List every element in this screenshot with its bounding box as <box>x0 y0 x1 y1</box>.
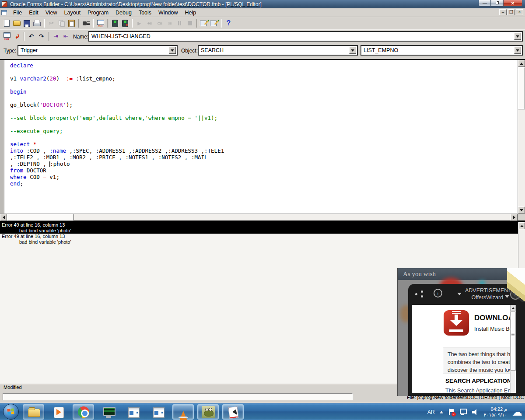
compile-selection-icon[interactable] <box>200 19 209 28</box>
outdent-icon[interactable] <box>61 32 70 41</box>
taskbar-monitor-app[interactable] <box>98 404 119 420</box>
menu-edit[interactable]: Edit <box>25 9 42 17</box>
step-into-icon[interactable] <box>145 19 154 28</box>
scroll-right-button[interactable] <box>511 214 518 221</box>
menu-layout[interactable]: Layout <box>61 9 84 17</box>
cut-icon[interactable] <box>47 19 56 28</box>
paste-icon[interactable] <box>67 19 76 28</box>
horizontal-scroll-thumb[interactable] <box>7 214 74 221</box>
type-label: Type: <box>4 48 16 54</box>
error-row[interactable]: Error 49 at line 16, column 13 <box>0 234 518 239</box>
scroll-up-button[interactable] <box>518 60 525 67</box>
save-icon[interactable] <box>22 19 32 28</box>
vertical-scroll-thumb[interactable] <box>518 67 525 109</box>
start-button[interactable] <box>3 404 19 420</box>
taskbar-frog-app[interactable] <box>197 404 219 420</box>
open-icon[interactable] <box>12 19 21 28</box>
share-icon[interactable] <box>415 290 423 298</box>
taskbar-media-player[interactable] <box>48 404 69 420</box>
connect-icon[interactable] <box>81 19 91 28</box>
run-form-debug-icon[interactable] <box>120 19 130 28</box>
clock[interactable]: 04:22 م ٢٠١٥/٠٩/١٠ <box>484 406 507 418</box>
errors-scroll-up-button[interactable] <box>518 222 525 229</box>
taskbar-form-window[interactable] <box>122 404 144 420</box>
undo-icon[interactable] <box>27 32 36 41</box>
go-icon[interactable] <box>135 19 144 28</box>
cloud-icon[interactable]: ☁ <box>512 406 522 419</box>
ad-scroll-thumb[interactable] <box>511 312 516 371</box>
type-dropdown-arrow-icon[interactable] <box>169 47 176 54</box>
editor-vertical-scrollbar[interactable] <box>518 60 525 214</box>
mdi-restore-button[interactable]: ❐ <box>508 9 515 15</box>
taskbar-vlc[interactable] <box>172 404 194 420</box>
menu-tools[interactable]: Tools <box>135 9 155 17</box>
volume-icon[interactable] <box>472 409 479 415</box>
menu-view[interactable]: View <box>42 9 61 17</box>
type-combobox[interactable]: Trigger <box>18 45 178 56</box>
restore-button[interactable] <box>491 0 503 7</box>
taskbar-explorer[interactable] <box>23 404 44 420</box>
compile-module-icon[interactable] <box>96 19 105 28</box>
scroll-left-button[interactable] <box>0 214 7 221</box>
compile-all-icon[interactable] <box>210 19 219 28</box>
popup-titlebar[interactable]: As you wish <box>398 268 525 280</box>
vlc-icon <box>177 406 190 418</box>
ad-footer-link[interactable]: This Search Application End <box>445 388 514 393</box>
taskbar-form-window-2[interactable] <box>147 404 169 420</box>
help-icon[interactable] <box>224 19 233 28</box>
action-center-flag-icon[interactable] <box>448 409 455 416</box>
scroll-down-button[interactable] <box>518 206 525 214</box>
step-out-icon[interactable] <box>165 19 174 28</box>
hidden-icons-chevron-icon[interactable] <box>440 409 443 413</box>
language-indicator[interactable]: AR <box>427 409 435 415</box>
menu-items: FileEditViewLayoutProgramDebugToolsWindo… <box>10 9 200 17</box>
code-line: begin <box>10 88 518 95</box>
mdi-document-icon[interactable] <box>1 10 7 15</box>
pause-icon[interactable] <box>175 19 184 28</box>
error-detail[interactable]: bad bind variable 'photo' <box>0 239 518 245</box>
copy-icon[interactable] <box>57 19 66 28</box>
taskbar-forms-builder[interactable] <box>222 404 244 420</box>
code-area[interactable]: declarev1 varchar2(20) := :list_empno;be… <box>5 60 518 214</box>
code-line <box>10 95 518 102</box>
error-row[interactable]: Error 49 at line 16, column 13 <box>0 222 518 228</box>
menu-debug[interactable]: Debug <box>112 9 135 17</box>
editor-horizontal-scrollbar[interactable] <box>0 214 518 220</box>
network-icon[interactable] <box>460 409 467 415</box>
taskbar-apps <box>23 404 244 420</box>
item-combobox[interactable]: LIST_EMPNO <box>360 45 523 56</box>
mdi-close-button[interactable]: × <box>516 9 523 15</box>
error-detail[interactable]: bad bind variable 'photo' <box>0 228 518 234</box>
name-dropdown-arrow-icon[interactable] <box>514 33 521 40</box>
menu-help[interactable]: Help <box>182 9 200 17</box>
step-over-icon[interactable] <box>155 19 164 28</box>
indent-icon[interactable] <box>51 32 60 41</box>
name-combobox[interactable]: WHEN-LIST-CHANGED <box>88 31 523 42</box>
ad-scroll-up-button[interactable] <box>511 305 516 311</box>
stop-icon[interactable] <box>185 19 194 28</box>
object-dropdown-arrow-icon[interactable] <box>349 47 356 54</box>
close-button[interactable]: ✕ <box>503 0 522 7</box>
mdi-minimize-button[interactable]: – <box>499 9 507 15</box>
ad-scrollbar[interactable] <box>510 305 516 393</box>
page-curl[interactable] <box>507 268 525 302</box>
menu-program[interactable]: Program <box>84 9 112 17</box>
taskbar-chrome[interactable] <box>73 404 94 420</box>
compile-plsql-icon[interactable] <box>2 32 11 41</box>
download-icon[interactable] <box>444 310 469 336</box>
redo-icon[interactable] <box>37 32 46 41</box>
toolbar-separator <box>24 32 24 41</box>
menu-window[interactable]: Window <box>155 9 181 17</box>
menu-file[interactable]: File <box>10 9 25 17</box>
toolbar-separator <box>93 19 94 28</box>
minimize-button[interactable]: — <box>479 0 491 7</box>
chevron-down-icon[interactable] <box>457 293 462 298</box>
item-dropdown-arrow-icon[interactable] <box>514 47 521 54</box>
new-module-icon[interactable] <box>2 19 11 28</box>
run-form-icon[interactable] <box>110 19 119 28</box>
revert-icon[interactable] <box>12 32 21 41</box>
print-icon[interactable] <box>32 19 42 28</box>
object-combobox[interactable]: SEARCH <box>198 45 358 56</box>
info-icon[interactable]: i <box>434 289 442 298</box>
ad-line2[interactable]: OffersWizard <box>471 294 503 301</box>
